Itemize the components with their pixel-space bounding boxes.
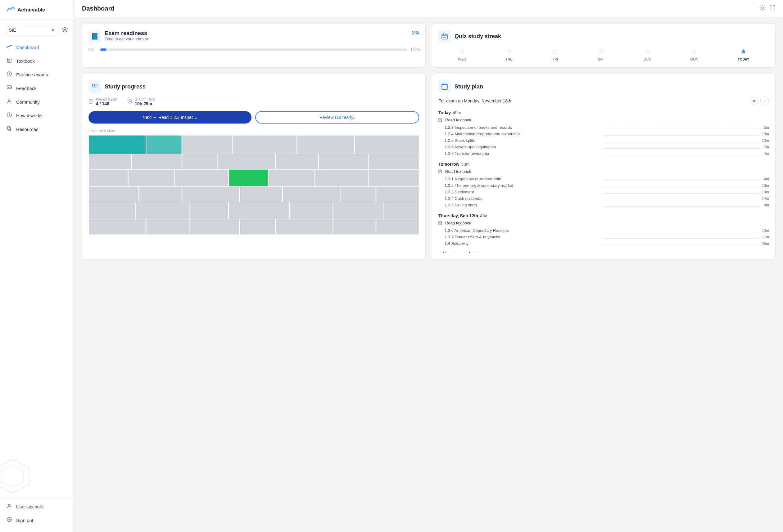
course-dropdown[interactable]: SIE ▾ xyxy=(5,25,58,35)
plan-item-text: 1.4 Suitability xyxy=(445,241,601,246)
study-actions: Next → Read 1.2.3 Inspec... Review (19 r… xyxy=(89,111,419,124)
sidebar-item-textbook[interactable]: Textbook xyxy=(0,54,74,68)
sidebar-item-community[interactable]: Community xyxy=(0,95,74,108)
plan-item-text: 1.2.7 Transfer ownership xyxy=(445,151,602,156)
plan-item-time: 10m xyxy=(762,190,769,194)
exam-readiness-title: Exam readiness xyxy=(105,30,151,37)
shuffle-button[interactable]: ⇄ xyxy=(750,97,758,105)
svg-rect-61 xyxy=(89,202,135,219)
plan-item-dots xyxy=(603,132,759,136)
svg-rect-40 xyxy=(89,154,132,169)
study-progress-title: Study progress xyxy=(105,84,146,90)
plan-item: 1.4 Suitability 25m xyxy=(438,240,769,247)
svg-point-6 xyxy=(9,74,10,75)
download-button[interactable]: ↓ xyxy=(760,97,769,105)
sidebar-item-label: Practice exams xyxy=(16,72,48,77)
community-icon xyxy=(6,98,12,105)
svg-rect-52 xyxy=(315,169,369,187)
plan-item-dots xyxy=(603,197,759,200)
exam-readiness-subtitle: Time to get your learn on! xyxy=(105,37,151,41)
svg-rect-69 xyxy=(146,219,189,234)
sidebar-item-feedback[interactable]: Feedback xyxy=(0,81,74,95)
user-account-icon xyxy=(6,503,12,510)
plan-item-time: 10m xyxy=(762,228,769,233)
svg-rect-47 xyxy=(89,169,128,187)
streak-day-sat: ☆ SAT xyxy=(598,48,604,61)
sidebar-item-label: Sign out xyxy=(16,518,33,523)
svg-rect-68 xyxy=(89,219,146,234)
plan-item-text: 1.3.4 Cash dividends xyxy=(445,196,601,201)
expand-icon[interactable] xyxy=(769,5,776,12)
sidebar-item-label: Resources xyxy=(16,127,38,132)
clock-icon xyxy=(127,99,132,105)
pages-read-label: PAGES READ xyxy=(96,98,117,101)
streak-day-fri: ☆ FRI xyxy=(552,48,558,61)
day-label-today: TODAY xyxy=(738,57,749,61)
plan-subsection-today-read-label: Read textbook xyxy=(445,118,471,122)
plan-item-text: 1.3.6 American Depositary Receipts xyxy=(445,228,601,233)
plan-item-text: 1.2.3 Inspection of books and records xyxy=(445,125,602,130)
svg-rect-75 xyxy=(442,85,447,89)
quiz-streak-title: Quiz study streak xyxy=(455,33,501,40)
sidebar-item-label: Textbook xyxy=(16,58,35,64)
sidebar-decoration xyxy=(0,458,31,495)
next-read-button[interactable]: Next → Read 1.2.3 Inspec... xyxy=(89,111,251,124)
svg-rect-67 xyxy=(383,202,419,219)
review-button[interactable]: Review (19 ready) xyxy=(255,111,419,124)
star-sat: ☆ xyxy=(598,48,604,56)
plan-item-dots xyxy=(603,242,759,245)
plan-item-dots xyxy=(604,204,761,207)
svg-rect-58 xyxy=(283,187,340,202)
plan-item: 1.3.1 Negotiable or redeemable 4m xyxy=(438,176,769,182)
sidebar-item-dashboard[interactable]: Dashboard xyxy=(0,40,74,54)
plan-item-dots xyxy=(604,146,761,149)
exam-readiness-icon: 📘 xyxy=(89,30,101,42)
plan-item: 1.3.5 Selling short 9m xyxy=(438,202,769,208)
svg-rect-66 xyxy=(333,202,383,219)
svg-rect-12 xyxy=(7,126,10,129)
settings-icon[interactable] xyxy=(759,5,765,12)
progress-label-left: 0% xyxy=(89,48,97,52)
plan-day-tomorrow: Tomorrow 50m xyxy=(438,162,769,167)
progress-bar-background xyxy=(100,49,407,51)
plan-item-time: 19m xyxy=(762,132,769,136)
feedback-icon xyxy=(6,85,12,92)
sidebar-item-practice-exams[interactable]: Practice exams xyxy=(0,68,74,81)
plan-item-time: 14m xyxy=(762,196,769,201)
sidebar-item-label: How it works xyxy=(16,113,42,118)
plan-section-today: Today 45m Read textbook 1.2.3 Inspection… xyxy=(438,110,769,157)
exam-readiness-info: Exam readiness Time to get your learn on… xyxy=(105,30,151,41)
day-label-sat: SAT xyxy=(598,57,604,61)
exam-readiness-card: 📘 Exam readiness Time to get your learn … xyxy=(82,24,426,68)
sidebar-item-user-account[interactable]: User account xyxy=(0,500,74,513)
sidebar: Achievable SIE ▾ Dashboard xyxy=(0,0,74,532)
logo-icon xyxy=(6,6,15,14)
resources-icon xyxy=(6,126,12,132)
quiz-streak-icon xyxy=(438,30,451,42)
star-wed: ☆ xyxy=(459,48,465,56)
plan-item-dots xyxy=(604,178,761,181)
course-selector-row: SIE ▾ xyxy=(0,20,74,38)
day-label-thu: THU xyxy=(505,57,512,61)
svg-rect-46 xyxy=(369,154,419,169)
star-fri: ☆ xyxy=(552,48,558,56)
progress-bar-fill xyxy=(100,49,106,51)
study-plan-scroll: Today 45m Read textbook 1.2.3 Inspection… xyxy=(438,110,769,253)
sidebar-item-resources[interactable]: Resources xyxy=(0,122,74,136)
study-plan-title: Study plan xyxy=(455,84,483,90)
svg-rect-48 xyxy=(128,169,175,187)
treemap-svg xyxy=(89,135,419,234)
svg-rect-60 xyxy=(376,187,419,202)
svg-marker-14 xyxy=(1,465,24,487)
sidebar-item-how-it-works[interactable]: How it works xyxy=(0,108,74,122)
svg-point-25 xyxy=(445,37,446,37)
plan-day-today: Today 45m xyxy=(438,110,769,115)
plan-section-tomorrow: Tomorrow 50m Read textbook 1.3.1 Negotia… xyxy=(438,162,769,208)
layers-icon[interactable] xyxy=(61,25,69,35)
day-label-sun: SUN xyxy=(644,57,651,61)
sidebar-item-sign-out[interactable]: Sign out xyxy=(0,513,74,527)
day-label-mon: MON xyxy=(690,57,698,61)
study-progress-icon xyxy=(89,81,101,93)
svg-rect-37 xyxy=(232,135,297,154)
plan-subsection-thursday-read-label: Read textbook xyxy=(445,221,471,225)
